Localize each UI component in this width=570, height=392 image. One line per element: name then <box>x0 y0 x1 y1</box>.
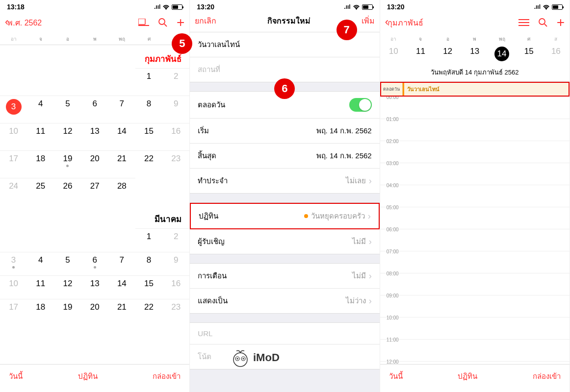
day-cell[interactable]: 21 <box>108 299 135 322</box>
step-marker-7: 7 <box>337 20 357 40</box>
start-row[interactable]: เริ่มพฤ. 14 ก.พ. 2562 <box>190 119 379 144</box>
repeat-row[interactable]: ทำประจำไม่เลย› <box>190 169 379 193</box>
day-cell[interactable]: 11 <box>27 275 54 299</box>
day-cell[interactable]: 1 <box>135 228 162 252</box>
day-cell[interactable]: 23 <box>162 150 189 178</box>
add-icon[interactable]: + <box>177 15 184 30</box>
day-cell[interactable]: 13 <box>81 275 108 299</box>
day-cell[interactable]: 2 <box>162 228 189 252</box>
today-button[interactable]: วันนี้ <box>389 370 403 382</box>
day-cell-today[interactable]: 3 <box>0 96 27 123</box>
week-strip[interactable]: 10 11 12 13 14 15 16 <box>380 45 570 65</box>
day-cell[interactable]: 22 <box>135 150 162 178</box>
day-cell[interactable]: 14 <box>108 275 135 299</box>
day-cell[interactable]: 12 <box>54 123 81 150</box>
invitees-row[interactable]: ผู้รับเชิญไม่มี› <box>190 229 379 254</box>
alert-row[interactable]: การเตือนไม่มี› <box>190 264 379 289</box>
show-as-row[interactable]: แสดงเป็นไม่ว่าง› <box>190 289 379 313</box>
day-cell[interactable]: 18 <box>27 299 54 322</box>
calendars-button[interactable]: ปฏิทิน <box>458 370 477 382</box>
add-button[interactable]: เพิ่ม <box>362 15 375 27</box>
allday-toggle[interactable] <box>349 98 372 112</box>
calendars-button[interactable]: ปฏิทิน <box>78 370 98 382</box>
day-cell[interactable]: 10 <box>0 275 27 299</box>
day-cell[interactable]: 19 <box>54 299 81 322</box>
day-cell[interactable]: 7 <box>108 96 135 123</box>
day-cell[interactable]: 6 <box>81 252 108 275</box>
phone-new-event: 13:20 .ııl ยกเลิก กิจกรรมใหม่ เพิ่ม วันว… <box>190 0 380 392</box>
battery-icon <box>362 4 373 10</box>
inbox-button[interactable]: กล่องเข้า <box>533 370 561 382</box>
day-cell[interactable]: 15 <box>135 123 162 150</box>
back-button[interactable]: ‹กุมภาพันธ์ <box>385 17 423 29</box>
calendar-row[interactable]: ปฏิทิน วันหยุดครอบครัว› <box>190 203 379 229</box>
day-cell[interactable]: 19 <box>54 150 81 178</box>
day-cell[interactable]: 20 <box>81 150 108 178</box>
search-icon[interactable] <box>538 18 548 27</box>
day-cell[interactable]: 12 <box>54 275 81 299</box>
svg-point-12 <box>237 358 238 360</box>
step-marker-6: 6 <box>274 78 295 99</box>
hour-grid[interactable]: 00:00 01:00 02:00 03:00 04:00 05:00 06:0… <box>380 97 570 364</box>
nav-bar: ‹กุมภาพันธ์ + <box>380 12 570 35</box>
day-cell[interactable]: 3 <box>0 252 27 275</box>
day-cell[interactable]: 6 <box>81 96 108 123</box>
month-scroll[interactable]: กุมภาพันธ์ 1 2 3 4 5 6 7 8 9 10 11 12 13… <box>0 45 189 364</box>
day-cell[interactable]: 27 <box>81 178 108 205</box>
day-cell[interactable]: 17 <box>0 150 27 178</box>
allday-event-row[interactable]: ตลอดวัน วันวาเลนไทน์ <box>380 82 570 97</box>
status-indicators: .ııl <box>154 3 182 10</box>
day-cell[interactable]: 7 <box>108 252 135 275</box>
svg-point-7 <box>539 19 545 24</box>
day-cell[interactable]: 5 <box>54 96 81 123</box>
day-cell[interactable]: 1 <box>135 68 162 96</box>
day-cell[interactable]: 24 <box>0 178 27 205</box>
day-cell[interactable]: 13 <box>81 123 108 150</box>
add-icon[interactable]: + <box>557 15 565 30</box>
day-cell[interactable]: 5 <box>54 252 81 275</box>
day-cell[interactable]: 26 <box>54 178 81 205</box>
day-cell[interactable]: 8 <box>135 96 162 123</box>
day-cell[interactable]: 16 <box>162 275 189 299</box>
day-cell[interactable]: 4 <box>27 252 54 275</box>
day-cell[interactable]: 14 <box>108 123 135 150</box>
day-cell[interactable]: 11 <box>27 123 54 150</box>
day-cell[interactable]: 25 <box>27 178 54 205</box>
day-cell[interactable]: 22 <box>135 299 162 322</box>
back-button[interactable]: ‹พ.ศ. 2562 <box>5 17 42 29</box>
end-row[interactable]: สิ้นสุดพฤ. 14 ก.พ. 2562 <box>190 144 379 169</box>
search-icon[interactable] <box>158 18 168 27</box>
today-button[interactable]: วันนี้ <box>9 370 23 382</box>
day-cell[interactable]: 10 <box>0 123 27 150</box>
svg-point-2 <box>159 19 165 24</box>
day-cell[interactable]: 23 <box>162 299 189 322</box>
status-bar: 13:20 .ııl <box>380 0 570 12</box>
chevron-right-icon: › <box>369 271 372 281</box>
day-cell[interactable]: 9 <box>162 96 189 123</box>
view-mode-icon[interactable] <box>138 19 149 26</box>
day-cell[interactable]: 4 <box>27 96 54 123</box>
cancel-button[interactable]: ยกเลิก <box>195 15 216 27</box>
day-cell[interactable]: 9 <box>162 252 189 275</box>
status-bar: 13:20 .ııl <box>190 0 379 12</box>
day-cell[interactable]: 17 <box>0 299 27 322</box>
day-cell[interactable]: 28 <box>108 178 135 205</box>
calendar-color-dot <box>304 214 308 218</box>
day-cell[interactable]: 16 <box>162 123 189 150</box>
day-cell[interactable]: 8 <box>135 252 162 275</box>
day-cell[interactable]: 18 <box>27 150 54 178</box>
list-icon[interactable] <box>518 19 529 26</box>
url-input[interactable]: URL <box>190 323 379 344</box>
day-cell[interactable]: 2 <box>162 68 189 96</box>
phone-day-view: 13:20 .ııl ‹กุมภาพันธ์ + อาจอพพฤศส 10 11… <box>380 0 570 392</box>
status-time: 13:18 <box>7 3 25 11</box>
allday-event[interactable]: วันวาเลนไทน์ <box>403 83 569 96</box>
notes-input[interactable]: โน้ต <box>190 344 379 369</box>
day-cell[interactable]: 21 <box>108 150 135 178</box>
svg-point-13 <box>243 358 244 360</box>
day-cell[interactable]: 15 <box>135 275 162 299</box>
chevron-right-icon: › <box>369 296 372 306</box>
day-cell[interactable]: 20 <box>81 299 108 322</box>
phone-month-view: 13:18 .ııl ‹พ.ศ. 2562 + อาจอพพฤศส กุมภาพ… <box>0 0 190 392</box>
inbox-button[interactable]: กล่องเข้า <box>153 370 181 382</box>
